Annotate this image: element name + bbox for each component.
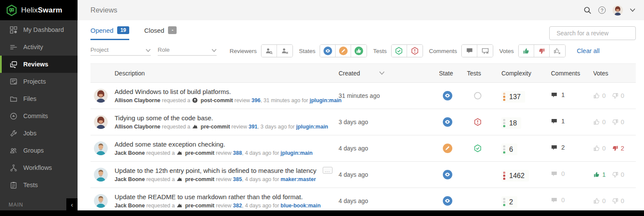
author-name[interactable]: Jack Boone (115, 203, 145, 209)
votes-none-button[interactable] (550, 45, 565, 57)
review-meta: Jack Boone requested a pre-commit review… (115, 150, 313, 156)
commit-type: post-commit (201, 97, 233, 103)
thumb-up-icon (593, 197, 600, 204)
state-icon (443, 117, 452, 127)
helix-swarm-logo-icon (6, 5, 17, 16)
review-id-link[interactable]: 391 (249, 124, 258, 130)
review-title-link[interactable]: Added Windows to list of build platforms… (115, 88, 231, 95)
votes-down-button[interactable] (534, 45, 550, 57)
tests-pass-button[interactable] (392, 45, 407, 57)
state-needs-revision-button[interactable] (336, 45, 351, 57)
complexity-meter (503, 172, 505, 180)
sidebar-item-reviews[interactable]: Reviews (0, 56, 78, 73)
branch-link[interactable]: maker:master (280, 176, 316, 182)
expand-description-button[interactable]: ... (323, 167, 333, 174)
clear-all-filters-link[interactable]: Clear all (577, 47, 600, 54)
thumb-down-icon (612, 119, 619, 125)
dashboard-icon (10, 26, 17, 34)
avatar[interactable] (94, 115, 108, 129)
reviewer-search-button[interactable] (261, 45, 277, 57)
avatar[interactable] (94, 89, 108, 103)
complexity-value: 2 (509, 198, 513, 206)
sidebar-item-workflows[interactable]: Workflows (0, 159, 78, 176)
column-created[interactable]: Created (339, 70, 433, 77)
review-title-link[interactable]: Added some state exception checking. (115, 141, 225, 148)
thumb-up-icon (593, 92, 600, 99)
top-header: Reviews ? (78, 0, 644, 20)
state-icon (443, 91, 452, 100)
created-cell: 4 days ago (339, 145, 433, 152)
help-icon[interactable]: ? (598, 6, 606, 14)
sidebar-item-my-dashboard[interactable]: My Dashboard (0, 21, 78, 38)
branch-link[interactable]: jplugin:main (310, 97, 342, 103)
sidebar-item-activity[interactable]: Activity (0, 38, 78, 56)
project-filter-select[interactable]: Project (90, 47, 151, 56)
avatar[interactable] (94, 168, 108, 182)
no-reviewer-button[interactable] (277, 45, 292, 57)
author-name[interactable]: Jack Boone (115, 176, 145, 182)
user-menu-chevron-icon[interactable] (630, 7, 635, 13)
review-row[interactable]: Added Windows to list of build platforms… (90, 83, 636, 109)
created-cell: 4 days ago (339, 197, 433, 204)
review-row[interactable]: Added some state exception checking. Jac… (90, 135, 636, 162)
review-row[interactable]: Update to the 12th entry point, which is… (90, 162, 636, 188)
sidebar-collapse-button[interactable]: ‹ (66, 198, 78, 210)
complexity-cell: 2 (501, 196, 517, 208)
author-name[interactable]: Allison Clayborne (115, 124, 160, 130)
jobs-icon (10, 130, 17, 137)
votes-up-button[interactable] (519, 45, 534, 57)
comments-filter-group (461, 44, 493, 57)
branch-link[interactable]: jplugin:main (296, 124, 328, 130)
review-title-link[interactable]: Update the README to use markdown rather… (115, 193, 303, 200)
state-approved-button[interactable] (351, 45, 367, 57)
downvote: 0 (612, 119, 624, 125)
branch-link[interactable]: jplugin:main (280, 150, 312, 156)
review-title-link[interactable]: Tidying up some of the code base. (115, 114, 213, 122)
upvote: 1 (593, 171, 606, 178)
review-id-link[interactable]: 388 (233, 150, 242, 156)
comments-cell: 2 (551, 144, 565, 151)
tab-closed[interactable]: Closed - (144, 26, 177, 39)
tests-fail-button[interactable] (407, 45, 423, 57)
column-description: Description (90, 70, 339, 77)
search-icon[interactable] (584, 6, 591, 14)
tests-icon (474, 92, 482, 100)
downvote: 2 (612, 145, 624, 152)
commit-type-icon (177, 150, 183, 156)
author-name[interactable]: Allison Clayborne (115, 97, 160, 103)
review-id-link[interactable]: 385 (233, 176, 242, 182)
review-id-link[interactable]: 396 (252, 97, 261, 103)
review-id-link[interactable]: 382 (233, 203, 242, 209)
sidebar-item-groups[interactable]: Groups (0, 142, 78, 159)
comment-icon (551, 92, 557, 98)
branch-link[interactable]: blue-book:main (280, 203, 320, 209)
table-header-row: Description Created State Tests Complexi… (90, 63, 636, 83)
app-logo[interactable]: HelixSwarm (0, 0, 78, 20)
thumb-up-icon (523, 47, 530, 55)
commits-icon (10, 113, 17, 120)
sidebar-item-jobs[interactable]: Jobs (0, 125, 78, 142)
current-user-avatar[interactable] (613, 5, 623, 16)
avatar[interactable] (94, 141, 108, 155)
review-meta: Jack Boone requested a pre-commit review… (115, 176, 333, 182)
thumb-up-icon (593, 119, 600, 125)
sidebar-item-projects[interactable]: Projects (0, 73, 78, 90)
sidebar-item-files[interactable]: Files (0, 90, 78, 107)
state-needs-review-button[interactable] (320, 45, 336, 57)
sidebar-item-commits[interactable]: Commits (0, 107, 78, 125)
review-title-link[interactable]: Update to the 12th entry point, which is… (115, 167, 317, 174)
tab-opened[interactable]: Opened 19 (90, 26, 129, 40)
avatar[interactable] (94, 194, 108, 208)
comments-cell: 1 (551, 91, 565, 98)
sidebar-item-tests[interactable]: Tests (0, 176, 78, 194)
brand-name: HelixSwarm (21, 6, 62, 15)
no-comments-button[interactable] (477, 45, 493, 57)
has-comments-button[interactable] (462, 45, 477, 57)
table-body: Added Windows to list of build platforms… (90, 83, 636, 214)
author-name[interactable]: Jack Boone (115, 150, 145, 156)
complexity-value: 6 (509, 146, 513, 153)
review-search-input[interactable] (557, 30, 635, 37)
reviewers-filter-label: Reviewers (230, 48, 257, 54)
review-row[interactable]: Tidying up some of the code base. Alliso… (90, 109, 636, 135)
role-filter-select[interactable]: Role (158, 47, 217, 56)
